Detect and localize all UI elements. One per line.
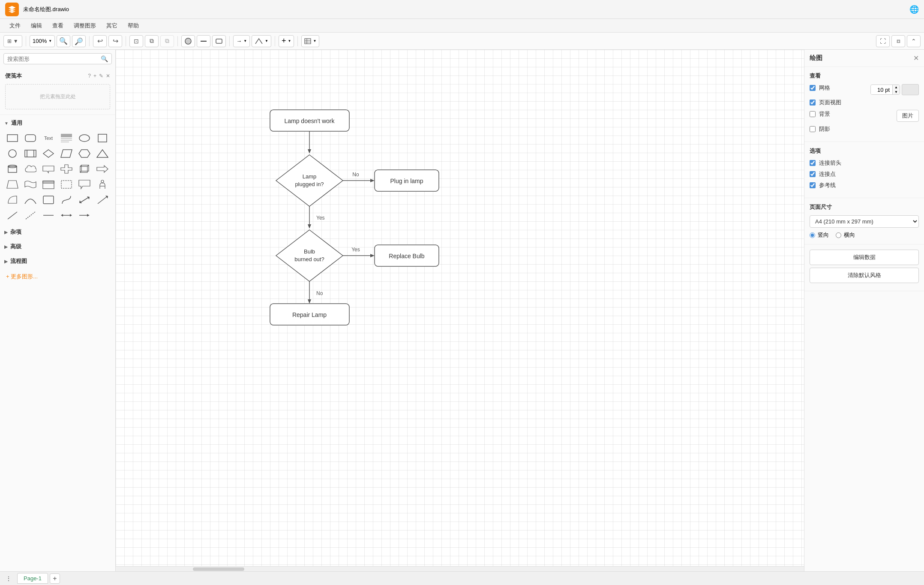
shape-style-btn[interactable] xyxy=(212,35,226,47)
shape-line-horiz[interactable] xyxy=(40,208,57,222)
category-general-header[interactable]: ▼ 通用 xyxy=(2,117,114,130)
shape-heading[interactable] xyxy=(58,131,75,145)
shape-arrow-right2[interactable] xyxy=(76,208,93,222)
shape-arc[interactable] xyxy=(22,193,39,207)
globe-icon[interactable]: 🌐 xyxy=(909,5,919,14)
shape-half-circle[interactable] xyxy=(4,193,21,207)
view-toggle-btn[interactable]: ⊞ ▼ xyxy=(3,35,22,47)
scratchpad-add-icon[interactable]: + xyxy=(93,73,96,79)
category-misc-header[interactable]: ▶ 杂项 xyxy=(2,226,114,238)
search-input[interactable] xyxy=(7,56,98,62)
scratchpad-close-icon[interactable]: ✕ xyxy=(106,73,110,79)
category-advanced-header[interactable]: ▶ 高级 xyxy=(2,240,114,253)
grid-spin-up[interactable]: ▲ xyxy=(893,85,900,90)
shape-line-diag[interactable] xyxy=(4,208,21,222)
shape-callout[interactable] xyxy=(76,178,93,191)
connect-arrows-checkbox[interactable] xyxy=(810,160,816,166)
shape-3d-box[interactable] xyxy=(76,162,93,176)
shape-s-curve[interactable] xyxy=(58,193,75,207)
undo-btn[interactable]: ↩ xyxy=(93,35,107,47)
zoom-out-btn[interactable]: 🔍 xyxy=(72,35,86,47)
shape-cylinder[interactable] xyxy=(4,162,21,176)
scratchpad-header[interactable]: 便笺本 ? + ✎ ✕ xyxy=(3,70,112,81)
grid-spin-down[interactable]: ▼ xyxy=(893,90,900,94)
connect-points-checkbox[interactable] xyxy=(810,171,816,177)
shape-wave[interactable] xyxy=(22,178,39,191)
shape-text[interactable]: Text xyxy=(40,131,57,145)
shape-banner[interactable] xyxy=(40,162,57,176)
collapse-panel-btn[interactable]: ⛶ ⧈ ⌃ xyxy=(876,35,921,47)
scratchpad-edit-icon[interactable]: ✎ xyxy=(99,73,103,79)
guidelines-checkbox[interactable] xyxy=(810,182,816,188)
canvas-area[interactable]: Lamp doesn't work Lamp plugged in? No Pl… xyxy=(116,50,804,571)
shape-person[interactable] xyxy=(94,178,111,191)
connector-style-btn[interactable]: ▼ xyxy=(252,35,271,47)
shape-rect[interactable] xyxy=(4,131,21,145)
shape-rect-3[interactable] xyxy=(40,193,57,207)
shape-hexagon[interactable] xyxy=(76,147,93,160)
menu-view[interactable]: 查看 xyxy=(48,20,68,31)
shape-frame[interactable] xyxy=(40,178,57,191)
menu-help[interactable]: 帮助 xyxy=(123,20,143,31)
zoom-in-btn[interactable]: 🔍 xyxy=(57,35,70,47)
scratchpad-help-icon[interactable]: ? xyxy=(88,73,91,79)
page-size-select[interactable]: A4 (210 mm x 297 mm) A3 (297 mm x 420 mm… xyxy=(810,215,919,228)
shape-rect-outline[interactable] xyxy=(58,178,75,191)
panel-close-btn[interactable]: ✕ xyxy=(913,54,919,62)
shape-double-arrow[interactable] xyxy=(76,193,93,207)
shape-arrow-bidir[interactable] xyxy=(58,208,75,222)
landscape-radio[interactable] xyxy=(836,232,841,238)
shadow-checkbox[interactable] xyxy=(810,126,816,132)
copy-btn[interactable]: ⧉ xyxy=(145,35,159,47)
h-scrollbar-thumb[interactable] xyxy=(193,567,244,571)
page-tab-1[interactable]: Page-1 xyxy=(17,573,48,584)
paste-btn[interactable]: ⧉ xyxy=(160,35,174,47)
edit-data-btn[interactable]: 编辑数据 xyxy=(810,250,919,265)
h-scrollbar[interactable] xyxy=(116,566,804,571)
shape-arrow-right[interactable] xyxy=(94,162,111,176)
grid-checkbox[interactable] xyxy=(810,85,816,91)
shape-square[interactable] xyxy=(94,131,111,145)
svg-line-43 xyxy=(8,212,17,219)
redo-btn[interactable]: ↪ xyxy=(108,35,122,47)
add-page-btn[interactable]: + xyxy=(50,573,60,584)
more-shapes-btn[interactable]: + 更多图形... xyxy=(2,269,114,284)
shape-diamond[interactable] xyxy=(40,147,57,160)
shape-trapezoid[interactable] xyxy=(4,178,21,191)
collapse-btn-icon[interactable]: ⌃ xyxy=(907,35,921,47)
menu-file[interactable]: 文件 xyxy=(5,20,25,31)
background-image-btn[interactable]: 图片 xyxy=(897,110,919,122)
menu-arrange[interactable]: 调整图形 xyxy=(69,20,100,31)
tab-more-btn[interactable]: ⋮ xyxy=(3,573,14,584)
shape-cloud[interactable] xyxy=(22,162,39,176)
category-flowchart-header[interactable]: ▶ 流程图 xyxy=(2,255,114,268)
menu-edit[interactable]: 编辑 xyxy=(27,20,46,31)
grid-color-swatch[interactable] xyxy=(902,84,919,95)
menu-extras[interactable]: 其它 xyxy=(102,20,122,31)
table-btn[interactable]: ▼ xyxy=(301,35,319,47)
portrait-radio[interactable] xyxy=(810,232,815,238)
delete-btn[interactable]: ⊡ xyxy=(129,35,143,47)
background-checkbox[interactable] xyxy=(810,111,816,117)
shape-rounded-rect[interactable] xyxy=(22,131,39,145)
arrow-style-btn[interactable]: →▼ xyxy=(233,35,250,47)
shape-ellipse[interactable] xyxy=(76,131,93,145)
drop-zone[interactable]: 把元素拖至此处 xyxy=(5,84,110,109)
grid-value-input[interactable] xyxy=(871,85,892,94)
split-btn[interactable]: ⧈ xyxy=(891,35,905,47)
fullscreen-btn[interactable]: ⛶ xyxy=(876,35,890,47)
shape-parallelogram[interactable] xyxy=(58,147,75,160)
shape-line-dashed-diag[interactable] xyxy=(22,208,39,222)
shape-triangle[interactable] xyxy=(94,147,111,160)
clear-style-btn[interactable]: 清除默认风格 xyxy=(810,268,919,283)
add-shape-btn[interactable]: +▼ xyxy=(279,35,294,47)
shape-arrow-diag[interactable] xyxy=(94,193,111,207)
line-color-btn[interactable] xyxy=(197,35,210,47)
flowchart[interactable]: Lamp doesn't work Lamp plugged in? No Pl… xyxy=(210,101,450,341)
fill-color-btn[interactable] xyxy=(181,35,195,47)
shape-cross[interactable] xyxy=(58,162,75,176)
page-view-checkbox[interactable] xyxy=(810,100,816,106)
shape-process[interactable] xyxy=(22,147,39,160)
zoom-control[interactable]: 100% ▼ xyxy=(30,35,55,47)
shape-circle[interactable] xyxy=(4,147,21,160)
